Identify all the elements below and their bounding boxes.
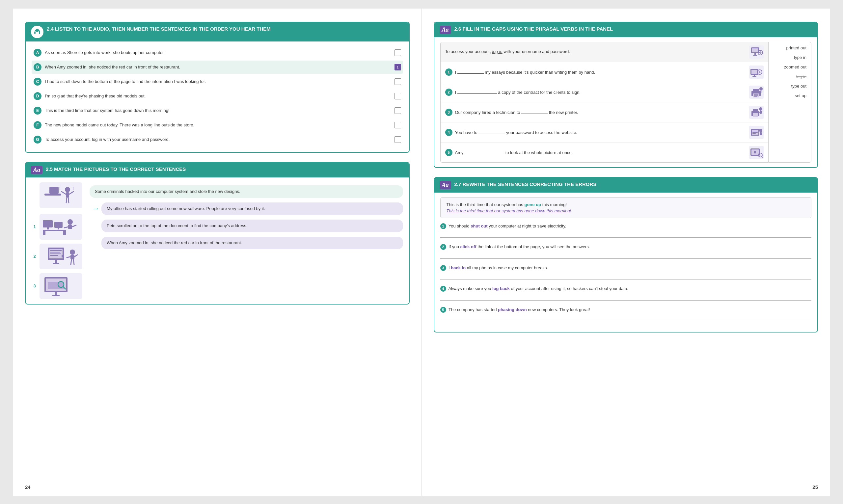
password-svg xyxy=(750,126,763,138)
section-2-5-content: ! ! 1 xyxy=(26,177,409,304)
fill-icon-3 xyxy=(749,106,764,119)
bubble-2: Pete scrolled on to the top of the docum… xyxy=(102,220,403,232)
svg-rect-78 xyxy=(752,132,758,133)
fill-text-2: I a copy of the contract for the clients… xyxy=(455,89,747,95)
fill-icon-2 xyxy=(749,86,764,99)
page-left: 2.4 LISTEN TO THE AUDIO, THEN NUMBER THE… xyxy=(13,8,422,496)
fill-num-5: 5 xyxy=(445,149,452,156)
section-2-6-title: 2.6 FILL IN THE GAPS USING THE PHRASAL V… xyxy=(454,26,613,32)
headphones-svg xyxy=(33,27,42,37)
checkbox-d[interactable] xyxy=(394,93,401,100)
svg-rect-28 xyxy=(50,252,60,252)
section-2-7-header: Aa 2.7 REWRITE THE SENTENCES CORRECTING … xyxy=(434,178,818,193)
bubble-top-text: Some criminals hacked into our computer … xyxy=(95,189,240,194)
word-type-in: type in xyxy=(773,55,806,60)
bubble-3: When Amy zoomed in, she noticed the red … xyxy=(102,237,403,249)
page-right: Aa 2.6 FILL IN THE GAPS USING THE PHRASA… xyxy=(422,8,830,496)
svg-text:!: ! xyxy=(59,186,60,191)
sentence-3-row: When Amy zoomed in, she noticed the red … xyxy=(90,237,403,249)
pic-num-1: 1 xyxy=(32,224,38,229)
item-num-5: 5 xyxy=(440,307,446,313)
blank-5[interactable] xyxy=(465,149,504,154)
audio-icon xyxy=(31,26,43,38)
checkbox-a[interactable] xyxy=(394,49,401,56)
svg-point-18 xyxy=(68,219,73,224)
blank-2[interactable] xyxy=(458,89,497,94)
bubble-top: Some criminals hacked into our computer … xyxy=(90,185,403,198)
blank-3[interactable] xyxy=(521,109,548,114)
picture-3: 3 xyxy=(32,273,84,299)
sentence-f-text: The new phone model came out today. Ther… xyxy=(45,123,391,127)
word-log-in: log in xyxy=(773,74,806,79)
svg-rect-64 xyxy=(754,94,758,95)
section-2-7: Aa 2.7 REWRITE THE SENTENCES CORRECTING … xyxy=(434,177,818,333)
sentence-2-row: Pete scrolled on to the top of the docum… xyxy=(90,220,403,232)
section-2-4-title: 2.4 LISTEN TO THE AUDIO, THEN NUMBER THE… xyxy=(47,26,271,32)
svg-rect-27 xyxy=(50,250,62,251)
fill-num-4: 4 xyxy=(445,129,452,136)
section-2-6-content: To access your account, log in with your… xyxy=(434,37,818,167)
svg-point-67 xyxy=(759,87,763,91)
svg-rect-15 xyxy=(47,228,49,230)
svg-rect-14 xyxy=(43,220,53,228)
error-5: phasing down xyxy=(498,307,526,312)
scroll-svg xyxy=(41,245,81,268)
fill-text-1: I my essays because it's quicker than wr… xyxy=(455,69,747,75)
rewrite-line-2 xyxy=(440,252,812,259)
fill-icon-4 xyxy=(749,126,764,139)
svg-rect-19 xyxy=(68,224,72,229)
item-num-2: 2 xyxy=(440,244,446,250)
page-spread: 2.4 LISTEN TO THE AUDIO, THEN NUMBER THE… xyxy=(13,8,830,496)
picture-box-top: ! ! xyxy=(39,182,82,208)
aa-icon-27: Aa xyxy=(440,181,451,189)
svg-line-20 xyxy=(64,227,68,228)
section-number-title: 2.4 LISTEN TO THE AUDIO, THEN NUMBER THE… xyxy=(47,26,271,32)
typing-svg-1 xyxy=(750,66,763,78)
checkbox-f[interactable] xyxy=(394,122,401,128)
fill-icon-5 xyxy=(749,146,764,159)
letter-b: B xyxy=(34,63,41,71)
item-num-3: 3 xyxy=(440,265,446,271)
svg-rect-24 xyxy=(63,231,66,235)
svg-line-38 xyxy=(74,255,77,257)
section-2-5-header: Aa 2.5 MATCH THE PICTURES TO THE CORRECT… xyxy=(26,163,409,177)
zoom-svg xyxy=(41,274,81,298)
rewrite-item-5: 5 The company has started phasing down n… xyxy=(440,306,812,322)
sentence-c-text: I had to scroll down to the bottom of th… xyxy=(45,79,391,84)
svg-rect-2 xyxy=(39,32,40,34)
bubble-3-text: When Amy zoomed in, she noticed the red … xyxy=(107,240,242,245)
print-svg xyxy=(750,86,763,98)
checkbox-c[interactable] xyxy=(394,78,401,85)
section-2-7-content: This is the third time that our system h… xyxy=(434,193,818,332)
computer-icon-svg xyxy=(750,46,763,58)
pic-num-2: 2 xyxy=(32,254,38,259)
page-number-right: 25 xyxy=(812,484,818,490)
checkbox-g[interactable] xyxy=(394,136,401,143)
letter-g: G xyxy=(34,136,41,144)
svg-rect-44 xyxy=(55,292,57,295)
fill-num-2: 2 xyxy=(445,89,452,96)
blank-4[interactable] xyxy=(479,129,505,134)
fill-row-2: 2 I a copy of the contract for the clien… xyxy=(441,82,769,102)
svg-line-39 xyxy=(71,259,71,265)
fill-text-3: Our company hired a technician to the ne… xyxy=(455,109,747,115)
section-2-5-title: 2.5 MATCH THE PICTURES TO THE CORRECT SE… xyxy=(46,166,186,173)
checkbox-e[interactable] xyxy=(394,107,401,114)
sentence-a-text: As soon as Sherelle gets into work, she … xyxy=(45,50,391,55)
svg-rect-16 xyxy=(54,222,62,228)
fill-gaps-right: printed out type in zoomed out log in ty… xyxy=(769,42,811,163)
checkbox-b[interactable]: 1 xyxy=(394,64,401,70)
word-zoomed-out: zoomed out xyxy=(773,65,806,70)
sentence-top-row: Some criminals hacked into our computer … xyxy=(90,185,403,198)
rewrite-line-3 xyxy=(440,273,812,280)
svg-rect-70 xyxy=(753,109,758,111)
picture-top: ! ! xyxy=(32,182,84,209)
fill-row-1: 1 I my essays because it's quicker than … xyxy=(441,62,769,82)
svg-rect-33 xyxy=(55,260,57,263)
setup-svg xyxy=(750,106,763,118)
svg-line-87 xyxy=(762,156,763,157)
fill-gaps-left: To access your account, log in with your… xyxy=(440,42,769,163)
svg-line-21 xyxy=(72,225,76,227)
fill-example-text: To access your account, log in with your… xyxy=(445,49,747,55)
blank-1[interactable] xyxy=(458,69,484,74)
